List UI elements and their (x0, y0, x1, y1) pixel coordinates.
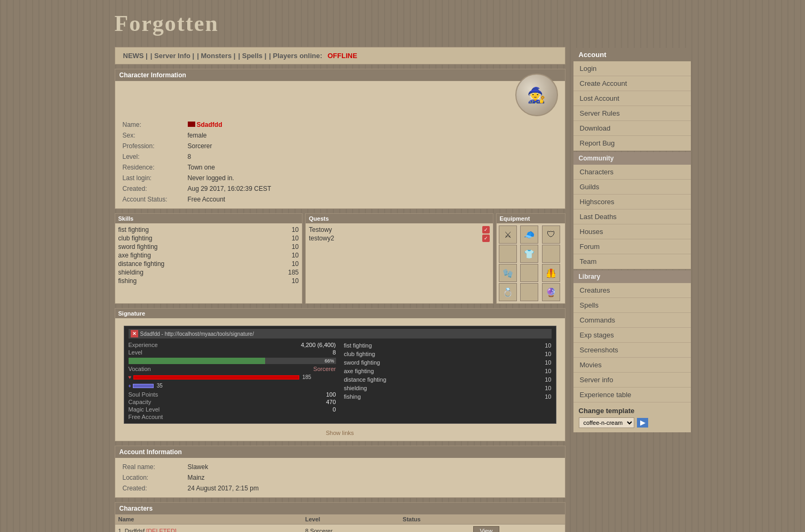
sidebar-item-last-deaths[interactable]: Last Deaths (573, 209, 691, 224)
sidebar-item-highscores[interactable]: Highscores (573, 195, 691, 209)
equip-slot-11 (520, 283, 538, 301)
nav-status: OFFLINE (328, 52, 357, 60)
sig-experience-row: Experience 4,200 (6,400) (129, 341, 336, 349)
health-bar-row: ♥ 185 (129, 374, 336, 381)
real-name-label: Real name: (121, 462, 185, 472)
col-action (470, 514, 565, 525)
residence-label: Residence: (121, 163, 185, 172)
sig-level-row: Level 8 (129, 349, 336, 356)
character-info-header: Character Information (115, 69, 565, 81)
template-go-button[interactable]: ▶ (637, 418, 648, 428)
sidebar-item-spells[interactable]: Spells (573, 298, 691, 313)
nav-server-info[interactable]: | Server Info | (150, 52, 194, 60)
sidebar-item-forum[interactable]: Forum (573, 239, 691, 254)
skill-row-shielding: shielding185 (118, 268, 299, 277)
sidebar-item-creatures[interactable]: Creatures (573, 283, 691, 298)
sig-skill-club: club fighting10 (344, 350, 552, 358)
exp-bar-fill (129, 358, 266, 364)
table-row: 1. Dsdfdsf [DELETED] 8 Sorcerer View (115, 525, 565, 532)
char-1-status (400, 525, 470, 532)
template-select[interactable]: coffee-n-cream (579, 417, 634, 428)
equip-slot-2: 🧢 (520, 225, 538, 244)
sig-skill-fishing: fishing10 (344, 392, 552, 401)
signature-title-bar: ✕ Sdadfdd - http://localhost/myaac/tools… (129, 329, 552, 338)
sidebar-item-commands[interactable]: Commands (573, 313, 691, 328)
nav-spells[interactable]: | Spells | (238, 52, 266, 60)
last-login-label: Last login: (121, 173, 185, 183)
last-login-value: Never logged in. (186, 173, 560, 183)
sig-skill-axe: axe fighting10 (344, 367, 552, 375)
characters-header: Characters (115, 503, 565, 514)
char-1-action: View (470, 525, 565, 532)
signature-panel: Signature ✕ Sdadfdd - http://localhost/m… (115, 308, 565, 441)
sidebar-item-exp-stages[interactable]: Exp stages (573, 328, 691, 343)
level-label: Level: (121, 152, 185, 162)
character-info-panel: Character Information 🧙 Name: Sdadfdd Se… (115, 69, 565, 209)
skill-row-fist: fist fighting10 (118, 225, 299, 234)
skill-row-axe: axe fighting10 (118, 251, 299, 260)
sidebar-item-download[interactable]: Download (573, 121, 691, 136)
skills-panel: Skills fist fighting10 club fighting10 s… (115, 213, 303, 304)
sidebar-item-report-bug[interactable]: Report Bug (573, 136, 691, 151)
col-level: Level (302, 514, 400, 525)
sidebar: Account Login Create Account Lost Accoun… (573, 47, 691, 432)
residence-value: Town one (186, 163, 560, 172)
char-1-level: 8 Sorcerer (302, 525, 400, 532)
sidebar-item-guilds[interactable]: Guilds (573, 180, 691, 195)
name-value: Sdadfdd (186, 120, 560, 130)
skill-row-club: club fighting10 (118, 234, 299, 243)
quests-panel: Quests Testowy ✓ testowy2 ✓ (305, 213, 493, 304)
sidebar-item-login[interactable]: Login (573, 61, 691, 76)
sidebar-item-movies[interactable]: Movies (573, 358, 691, 373)
view-button-1[interactable]: View (473, 526, 500, 532)
sidebar-item-screenshots[interactable]: Screenshots (573, 343, 691, 358)
account-info-table: Real name: Slawek Location: Mainz Create… (119, 461, 561, 494)
sidebar-item-houses[interactable]: Houses (573, 224, 691, 239)
quest-icon-testowy2: ✓ (482, 235, 490, 242)
location-label: Location: (121, 473, 185, 482)
equipment-grid: ⚔ 🧢 🛡 👕 🧤 🦺 💍 🔮 (497, 223, 565, 303)
equip-slot-5: 👕 (520, 245, 538, 263)
equip-slot-10: 💍 (499, 283, 517, 301)
sex-value: female (186, 131, 560, 140)
sidebar-item-create-account[interactable]: Create Account (573, 76, 691, 91)
characters-panel: Characters Name Level Status (115, 502, 565, 532)
signature-data-grid: Experience 4,200 (6,400) Level 8 66% (129, 341, 552, 421)
site-title: Forgotten (115, 0, 691, 47)
signature-close-button[interactable]: ✕ (131, 330, 138, 337)
profession-label: Profession: (121, 141, 185, 151)
equip-slot-9: 🦺 (542, 264, 560, 282)
signature-inner: ✕ Sdadfdd - http://localhost/myaac/tools… (124, 326, 556, 424)
equip-slot-1: ⚔ (499, 225, 517, 244)
equipment-header: Equipment (497, 214, 565, 223)
signature-right: fist fighting10 club fighting10 sword fi… (344, 341, 552, 421)
skill-row-distance: distance fighting10 (118, 260, 299, 268)
sidebar-item-server-rules[interactable]: Server Rules (573, 106, 691, 121)
exp-bar: 66% (129, 358, 336, 364)
sidebar-item-team[interactable]: Team (573, 254, 691, 269)
sig-skill-fist: fist fighting10 (344, 341, 552, 350)
nav-monsters[interactable]: | Monsters | (197, 52, 235, 60)
sidebar-item-experience-table[interactable]: Experience table (573, 388, 691, 402)
show-links[interactable]: Show links (119, 428, 561, 438)
quest-row-testowy2: testowy2 ✓ (309, 234, 490, 243)
content-area: NEWS | | Server Info | | Monsters | | Sp… (115, 47, 565, 532)
equip-slot-8 (520, 264, 538, 282)
mana-bar-row: ♦ 35 (129, 382, 336, 389)
skill-row-fishing: fishing10 (118, 277, 299, 285)
characters-table: Name Level Status 1. Dsdfdsf [DELETED] 8… (115, 514, 565, 532)
sidebar-item-server-info[interactable]: Server info (573, 373, 691, 388)
sidebar-item-lost-account[interactable]: Lost Account (573, 91, 691, 106)
equip-slot-7: 🧤 (499, 264, 517, 282)
nav-news[interactable]: NEWS | (123, 52, 148, 60)
character-avatar: 🧙 (515, 74, 558, 116)
col-status: Status (400, 514, 470, 525)
template-select-row: coffee-n-cream ▶ (579, 417, 686, 428)
skills-quests-equipment-row: Skills fist fighting10 club fighting10 s… (115, 213, 565, 304)
quests-header: Quests (306, 214, 493, 223)
acct-created-label: Created: (121, 483, 185, 493)
sig-soul-row: Soul Points 100 (129, 391, 336, 398)
created-value: Aug 29 2017, 16:02:39 CEST (186, 184, 560, 194)
sig-capacity-row: Capacity 470 (129, 398, 336, 406)
sidebar-item-characters[interactable]: Characters (573, 165, 691, 180)
